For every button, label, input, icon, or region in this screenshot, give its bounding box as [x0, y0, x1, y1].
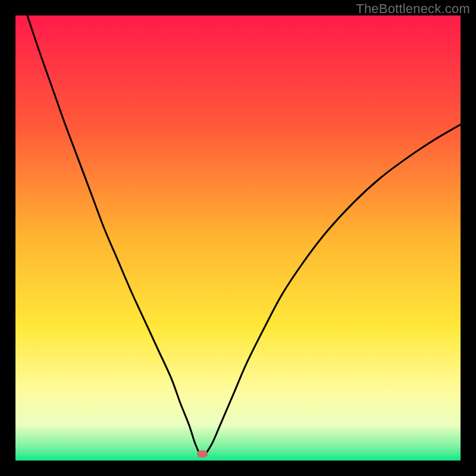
chart-frame: TheBottleneck.com	[0, 0, 476, 476]
watermark-text: TheBottleneck.com	[356, 1, 470, 17]
bottleneck-curve	[15, 15, 461, 461]
chart-plot-area	[15, 15, 461, 461]
optimal-point-marker	[197, 450, 208, 458]
